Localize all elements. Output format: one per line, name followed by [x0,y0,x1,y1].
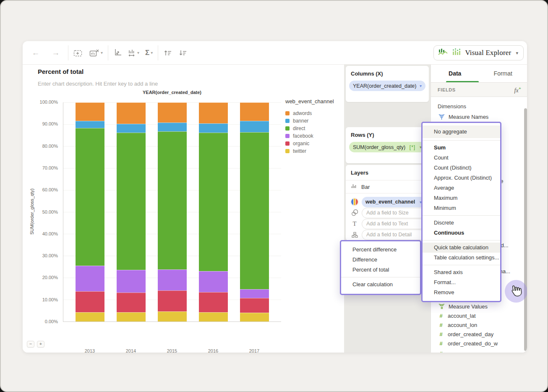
menu-item-percent-of-total[interactable]: Percent of total [341,265,420,275]
redo-forward-button[interactable]: → [49,47,63,59]
aggregate-sigma-icon[interactable]: Σ ▾ [145,47,153,59]
bar-segment-twitter[interactable] [199,312,228,321]
bar[interactable] [199,102,228,321]
y-tick-label: 10.00% [42,297,58,302]
legend-item[interactable]: twitter [285,147,334,155]
bar-segment-organic[interactable] [117,293,146,312]
toolbar-divider [68,45,68,60]
bar-segment-adwords[interactable] [76,102,104,121]
menu-item-count-distinct[interactable]: Count (Distinct) [423,163,500,173]
bar-segment-direct[interactable] [76,128,104,266]
bar-segment-organic[interactable] [158,290,187,311]
menu-item-approx-count-distinct[interactable]: Approx. Count (Distinct) [423,173,500,183]
chevron-down-icon[interactable]: ▾ [420,84,422,88]
menu-item-average[interactable]: Average [423,183,500,193]
text-field-dropzone[interactable]: Add a field to Text [362,219,425,229]
bar-segment-organic[interactable] [76,291,104,312]
bar-segment-direct[interactable] [117,133,146,270]
legend-item[interactable]: direct [285,125,334,132]
sort-descending-icon[interactable] [178,47,188,59]
chart-description-input[interactable]: Enter chart description. Hit Enter key t… [38,81,158,87]
zoom-in-button[interactable]: + [37,341,44,348]
field-account-lon[interactable]: # account_lon [431,320,527,329]
menu-item-count[interactable]: Count [423,153,500,163]
field-order-created-do-w[interactable]: # order_created_do_w [431,339,527,348]
legend-item[interactable]: facebook [285,132,334,140]
legend-item[interactable]: banner [285,117,334,125]
menu-item-no-aggregate[interactable]: No aggregate [423,125,500,138]
bar-segment-facebook[interactable] [117,270,146,293]
menu-item-sum[interactable]: Sum [423,143,500,153]
tab-data[interactable]: Data [431,65,479,82]
chart-type-icon[interactable]: ▾ [128,47,139,59]
bar-segment-twitter[interactable] [117,312,146,321]
rows-field-pill[interactable]: SUM(order_gloss_qty) [*] ▾ [349,142,425,152]
legend-item[interactable]: organic [285,140,334,147]
color-wheel-icon[interactable] [350,198,359,206]
bar[interactable] [240,102,269,321]
bar-segment-facebook[interactable] [76,266,104,291]
columns-field-pill[interactable]: YEAR(order_created_date) ▾ [349,81,425,91]
chart-title[interactable]: Percent of total [38,68,84,75]
text-icon[interactable]: T [350,220,359,227]
bar-segment-twitter[interactable] [158,311,187,321]
fields-scrollbar[interactable] [524,108,527,351]
field-measure-values[interactable]: Measure Values [431,302,527,311]
bar[interactable] [76,102,104,321]
add-calculation-icon[interactable]: fx+ [514,86,521,94]
duplicate-chart-icon[interactable] [73,47,84,59]
bar-segment-organic[interactable] [240,298,269,313]
bar-segment-facebook[interactable] [158,269,187,291]
tab-format[interactable]: Format [479,65,527,82]
menu-item-maximum[interactable]: Maximum [423,193,500,203]
legend-item[interactable]: adwords [285,110,334,117]
menu-item-quick-table-calculation[interactable]: Quick table calculation [423,243,500,253]
menu-item-discrete[interactable]: Discrete [423,218,500,228]
size-icon[interactable] [350,209,359,217]
menu-item-continuous[interactable]: Continuous [423,228,500,238]
bar-segment-banner[interactable] [240,121,269,132]
bar-segment-twitter[interactable] [76,312,104,321]
visual-explorer-switcher[interactable]: Visual Explorer ▾ [433,45,524,60]
bar-segment-adwords[interactable] [199,102,228,123]
bar-segment-adwords[interactable] [240,102,269,121]
bar-segment-facebook[interactable] [240,289,269,298]
field-order-created-day[interactable]: # order_created_day [431,329,527,339]
bar-segment-adwords[interactable] [158,102,187,123]
field-measure-names[interactable]: Measure Names [431,112,527,121]
bar-segment-banner[interactable] [117,124,146,133]
sort-ascending-icon[interactable] [163,47,172,59]
size-field-dropzone[interactable]: Add a field to Size [362,208,425,218]
bar-segment-banner[interactable] [199,123,228,133]
color-field-pill[interactable]: web_event_channel ▾ [362,197,425,207]
menu-item-minimum[interactable]: Minimum [423,203,500,213]
menu-item-shared-axis[interactable]: Shared axis [423,267,500,277]
menu-item-remove[interactable]: Remove [423,287,500,298]
toolbar: ← → ▾ ▾ [23,41,527,65]
detail-field-dropzone[interactable]: Add a field to Detail [362,230,425,240]
bar[interactable] [158,102,187,321]
field-account-lat[interactable]: # account_lat [431,311,527,320]
bar-segment-direct[interactable] [199,133,228,271]
bar-segment-banner[interactable] [158,123,187,131]
bar-segment-direct[interactable] [158,131,187,269]
menu-item-difference[interactable]: Difference [341,255,420,265]
detail-icon[interactable] [350,232,359,238]
remove-chart-icon[interactable]: ▾ [89,47,103,59]
bar[interactable] [117,102,146,321]
menu-item-format[interactable]: Format... [423,277,500,287]
bar-segment-adwords[interactable] [117,102,146,124]
bar-segment-twitter[interactable] [240,313,269,321]
bar-segment-banner[interactable] [76,121,104,128]
bar-segment-organic[interactable] [199,292,228,313]
menu-item-percent-difference[interactable]: Percent difference [341,245,420,255]
bar-segment-facebook[interactable] [199,271,228,292]
swap-axes-icon[interactable] [113,47,122,59]
layers-shelf: Layers Bar web_event_channel ▾ [346,165,429,240]
undo-back-button[interactable]: ← [29,47,43,59]
menu-item-table-calculation-settings[interactable]: Table calculation settings... [423,253,500,263]
bar-segment-direct[interactable] [240,132,269,289]
zoom-out-button[interactable]: − [27,341,34,348]
menu-item-clear-calculation[interactable]: Clear calculation [341,280,420,290]
mark-type-row[interactable]: Bar [346,180,429,193]
